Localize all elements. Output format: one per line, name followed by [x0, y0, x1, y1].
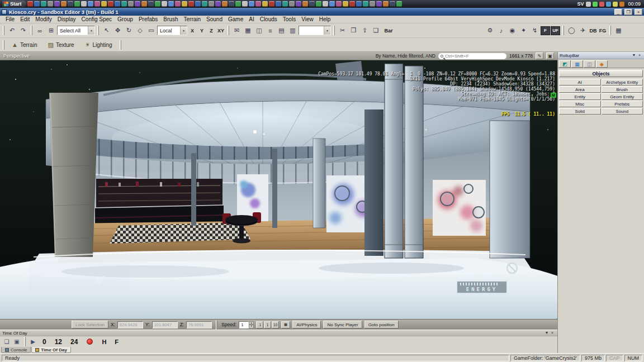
- search-input[interactable]: [445, 54, 504, 59]
- menu-item[interactable]: Tools: [280, 16, 299, 22]
- x-coordinate-field[interactable]: 624.9426: [117, 321, 143, 328]
- taskbar-icon[interactable]: [289, 1, 295, 7]
- minimize-button[interactable]: _: [614, 9, 622, 15]
- taskbar-icon[interactable]: [383, 1, 389, 7]
- taskbar-icon[interactable]: [282, 1, 288, 7]
- taskbar-icon[interactable]: [155, 1, 160, 7]
- taskbar-icon[interactable]: [128, 1, 134, 7]
- taskbar-icon[interactable]: [48, 1, 53, 7]
- ai-physics-button[interactable]: AI/Physics: [292, 321, 321, 328]
- close-button[interactable]: ×: [634, 9, 642, 15]
- viewport-3d[interactable]: 000 000 ENERGY CamPos=593.17 101.49 78.0…: [0, 60, 557, 319]
- layers-icon[interactable]: ❏: [371, 25, 381, 36]
- hf-toggle-button[interactable]: F: [111, 339, 122, 345]
- taskbar-icon[interactable]: [309, 1, 315, 7]
- taskbar-icon[interactable]: [41, 1, 46, 7]
- taskbar-icon[interactable]: [269, 1, 274, 7]
- terrain-button[interactable]: ▲ Terrain: [7, 39, 42, 51]
- menu-item[interactable]: Terrain: [181, 16, 203, 22]
- taskbar-icon[interactable]: [249, 1, 254, 7]
- snap-grid-icon[interactable]: ▥: [287, 25, 298, 36]
- transform-tool-icon[interactable]: ↻: [124, 25, 134, 36]
- toolbar-grip[interactable]: [97, 26, 99, 35]
- taskbar-icon[interactable]: [195, 1, 201, 7]
- taskbar-icon[interactable]: [363, 1, 368, 7]
- layer-name-label[interactable]: Bar: [382, 26, 395, 35]
- tray-icon[interactable]: [593, 2, 598, 7]
- speed-value[interactable]: 1: [239, 321, 249, 328]
- close-icon[interactable]: ×: [550, 331, 555, 336]
- taskbar-icon[interactable]: [168, 1, 174, 7]
- transform-tool-icon[interactable]: ◇: [135, 25, 145, 36]
- speed-preset-button[interactable]: 10: [272, 321, 279, 328]
- taskbar-icon[interactable]: [141, 1, 147, 7]
- speed-preset-button[interactable]: .1: [256, 321, 263, 328]
- object-type-button[interactable]: Prefabs: [602, 101, 643, 107]
- taskbar-icon[interactable]: [27, 1, 33, 7]
- taskbar-icon[interactable]: [34, 1, 40, 7]
- start-button[interactable]: Start: [2, 1, 26, 7]
- taskbar-icon[interactable]: [61, 1, 67, 7]
- f-button[interactable]: F: [541, 26, 550, 35]
- taskbar-icon[interactable]: [316, 1, 321, 7]
- rollup-tab[interactable]: ◆: [596, 60, 608, 68]
- uf-button[interactable]: UF: [551, 26, 560, 35]
- toolbar-grip[interactable]: [216, 320, 217, 330]
- taskbar-icon[interactable]: [135, 1, 140, 7]
- menu-item[interactable]: AI: [246, 16, 257, 22]
- db-button[interactable]: DB: [589, 26, 598, 35]
- snap-grid-icon[interactable]: ▦: [243, 25, 253, 36]
- taskbar-icon[interactable]: [81, 1, 87, 7]
- edit-tool-icon[interactable]: ✂: [337, 25, 348, 36]
- object-type-button[interactable]: AI: [559, 79, 601, 85]
- taskbar-icon[interactable]: [343, 1, 348, 7]
- menu-item[interactable]: Brush: [160, 16, 181, 22]
- toolbar-grip[interactable]: [562, 26, 564, 35]
- terrain-collision-icon[interactable]: ▦: [281, 321, 290, 328]
- taskbar-clock[interactable]: 00:09: [627, 1, 642, 7]
- no-sync-player-button[interactable]: No Sync Player: [323, 321, 362, 328]
- tray-icon[interactable]: [599, 2, 604, 7]
- stepper-arrows[interactable]: ▲▼: [249, 321, 254, 328]
- snap-grid-icon[interactable]: ▤: [276, 25, 287, 36]
- taskbar-icon[interactable]: [302, 1, 308, 7]
- viewport-mode-label[interactable]: Perspective: [3, 53, 30, 59]
- taskbar-icon[interactable]: [88, 1, 93, 7]
- taskbar-icon[interactable]: [336, 1, 342, 7]
- toolbar-grip[interactable]: [228, 26, 229, 35]
- link-icon[interactable]: ∞: [35, 25, 45, 36]
- pin-icon[interactable]: ▼: [631, 53, 637, 58]
- menu-item[interactable]: Edit: [17, 16, 32, 22]
- misc-tool-icon[interactable]: ⚙: [485, 25, 495, 36]
- goto-position-button[interactable]: Goto position: [364, 321, 399, 328]
- time-preset-button[interactable]: 24: [67, 338, 82, 346]
- taskbar-icon[interactable]: [222, 1, 228, 7]
- misc-tool-icon[interactable]: ↯: [529, 25, 540, 36]
- taskbar-icon[interactable]: [242, 1, 248, 7]
- taskbar-icon[interactable]: [390, 1, 395, 7]
- transform-tool-icon[interactable]: ✥: [112, 25, 123, 36]
- link-icon[interactable]: ⊞: [46, 25, 56, 36]
- rollup-tab[interactable]: ▦: [571, 60, 583, 68]
- menu-item[interactable]: File: [3, 16, 17, 22]
- toolbar-grip[interactable]: [3, 26, 4, 35]
- close-icon[interactable]: ×: [637, 53, 642, 58]
- undo-redo-icon[interactable]: ↶: [7, 25, 17, 36]
- taskbar-icon[interactable]: [235, 1, 241, 7]
- snap-grid-icon[interactable]: ◫: [254, 25, 264, 36]
- axis-constraint-button[interactable]: Y: [197, 26, 206, 35]
- object-type-button[interactable]: Sound: [602, 108, 643, 115]
- object-type-button[interactable]: Entity: [559, 93, 601, 100]
- coord-system-combo[interactable]: Local ▼: [157, 26, 187, 35]
- snap-grid-icon[interactable]: ≡: [265, 25, 276, 36]
- axis-constraint-button[interactable]: XY: [216, 26, 225, 35]
- taskbar-icon[interactable]: [323, 1, 328, 7]
- y-coordinate-field[interactable]: 101.8047: [152, 321, 178, 328]
- tray-icon[interactable]: [613, 2, 618, 7]
- taskbar-icon[interactable]: [215, 1, 221, 7]
- taskbar-icon[interactable]: [209, 1, 214, 7]
- taskbar-icon[interactable]: [162, 1, 167, 7]
- chevron-down-icon[interactable]: ▼: [324, 26, 330, 35]
- taskbar-icon[interactable]: [121, 1, 127, 7]
- menu-item[interactable]: Game: [225, 16, 246, 22]
